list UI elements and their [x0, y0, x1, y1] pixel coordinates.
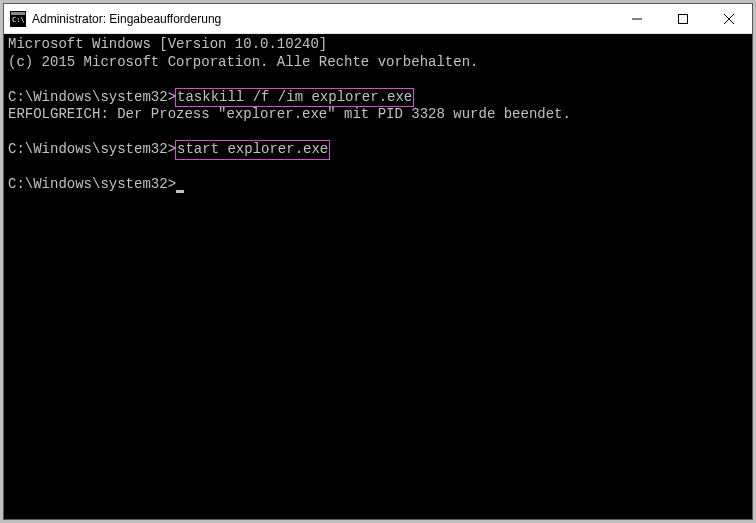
prompt-1: C:\Windows\system32> [8, 89, 176, 105]
svg-rect-1 [11, 12, 25, 15]
window-title: Administrator: Eingabeaufforderung [32, 12, 614, 26]
cursor [176, 190, 184, 193]
command-2: start explorer.exe [177, 141, 328, 157]
copyright-line: (c) 2015 Microsoft Corporation. Alle Rec… [8, 54, 748, 72]
command-line-2: C:\Windows\system32>start explorer.exe [8, 141, 748, 159]
cmd-icon: C:\ [10, 11, 26, 27]
svg-rect-4 [679, 14, 688, 23]
close-button[interactable] [706, 4, 752, 33]
minimize-button[interactable] [614, 4, 660, 33]
prompt-3: C:\Windows\system32> [8, 176, 176, 192]
window-controls [614, 4, 752, 33]
blank-line [8, 124, 748, 142]
command-line-1: C:\Windows\system32>taskkill /f /im expl… [8, 89, 748, 107]
command-1-highlight: taskkill /f /im explorer.exe [175, 88, 414, 108]
command-2-highlight: start explorer.exe [175, 140, 330, 160]
blank-line [8, 159, 748, 177]
command-1: taskkill /f /im explorer.exe [177, 89, 412, 105]
svg-text:C:\: C:\ [12, 16, 25, 24]
terminal-area[interactable]: Microsoft Windows [Version 10.0.10240] (… [4, 34, 752, 519]
blank-line [8, 71, 748, 89]
maximize-button[interactable] [660, 4, 706, 33]
titlebar[interactable]: C:\ Administrator: Eingabeaufforderung [4, 4, 752, 34]
result-line-1: ERFOLGREICH: Der Prozess "explorer.exe" … [8, 106, 748, 124]
prompt-2: C:\Windows\system32> [8, 141, 176, 157]
version-line: Microsoft Windows [Version 10.0.10240] [8, 36, 748, 54]
command-line-3: C:\Windows\system32> [8, 176, 748, 194]
command-prompt-window: C:\ Administrator: Eingabeaufforderung M… [3, 3, 753, 520]
